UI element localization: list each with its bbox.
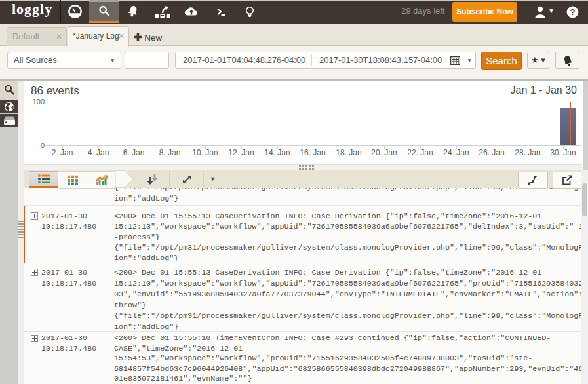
svg-text:?: ?: [570, 7, 576, 17]
